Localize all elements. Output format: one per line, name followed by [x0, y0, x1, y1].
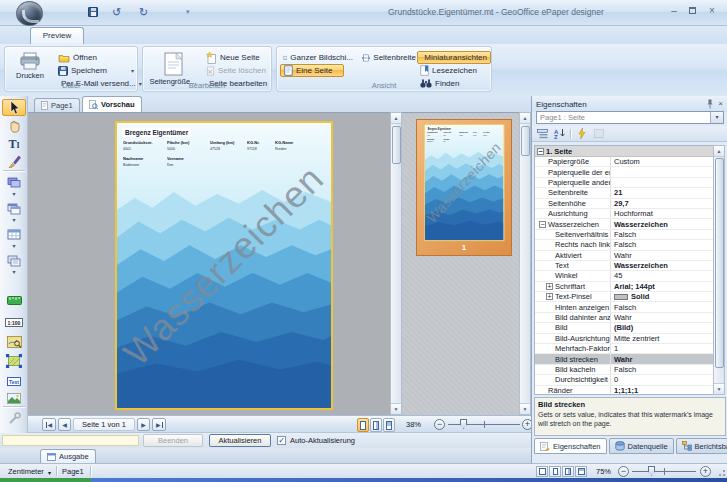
text-box-button[interactable]: Text [2, 373, 26, 390]
property-row[interactable]: Hinten anzeigenFalsch [535, 302, 713, 312]
scrollbar-thumb[interactable] [715, 158, 724, 368]
tab-berichtsbaum[interactable]: Berichtsbaum [676, 438, 727, 454]
object-selector[interactable]: Page1 : Seite ▾ [536, 111, 724, 124]
statusbar-page-tab[interactable]: Page1 [62, 467, 84, 476]
scrollbar-thumb[interactable] [521, 126, 530, 156]
pin-icon[interactable] [706, 99, 714, 109]
quick-save-icon[interactable] [88, 7, 98, 17]
pan-tool-button[interactable] [2, 118, 26, 135]
designer-grid-button[interactable] [575, 466, 587, 477]
property-row[interactable]: Winkel45 [535, 271, 713, 281]
events-lightning-icon[interactable] [575, 128, 588, 140]
thumbnail-scrollbar[interactable]: ▲ ▼ [519, 112, 531, 415]
picture-button[interactable] [2, 390, 26, 407]
close-panel-icon[interactable]: × [718, 99, 723, 109]
first-page-button[interactable]: ◀ [42, 418, 56, 431]
scrollbar-thumb[interactable] [392, 126, 401, 164]
seitenbreite-button[interactable]: Seitenbreite [359, 51, 419, 64]
property-row[interactable]: Seitenbreite21 [535, 188, 713, 198]
insert-control-dropdown[interactable]: ▾ [2, 216, 26, 222]
designer-zoom-in-button[interactable]: + [700, 466, 711, 477]
designer-zoom-thumb[interactable] [648, 466, 655, 476]
expand-icon[interactable]: + [546, 293, 553, 300]
property-row[interactable]: Mehrfach-Faktor fü1 [535, 344, 713, 354]
neue-seite-button[interactable]: Neue Seite [203, 51, 269, 64]
prev-page-button[interactable]: ◀ [58, 418, 71, 431]
property-row[interactable]: Seitenhöhe29,7 [535, 199, 713, 209]
insert-table-button[interactable] [2, 226, 26, 243]
insert-band-dropdown[interactable]: ▾ [2, 190, 26, 196]
property-row[interactable]: PapiergrößeCustom [535, 157, 713, 167]
tab-preview[interactable]: Preview [30, 27, 84, 44]
format-brush-button[interactable] [2, 153, 26, 170]
preview-canvas[interactable]: Bregenz Eigentümer Grundstücksnr.Fläche … [28, 112, 390, 415]
drucken-button[interactable]: Drucken [9, 50, 51, 80]
close-button[interactable]: × [705, 5, 719, 17]
aktualisieren-button[interactable]: Aktualisieren [209, 434, 271, 447]
map-frame-button[interactable] [2, 352, 26, 369]
insert-control-button[interactable] [2, 200, 26, 217]
minimize-button[interactable]: – [667, 5, 681, 17]
map-zoom-button[interactable] [2, 333, 26, 350]
insert-container-button[interactable] [2, 252, 26, 269]
zoom-out-button[interactable]: − [434, 419, 445, 430]
zoom-slider-thumb[interactable] [460, 419, 467, 429]
view-two-pages-button[interactable] [370, 418, 382, 432]
quick-access-more-icon[interactable]: ▾ [186, 8, 191, 16]
ganzer-bildschirm-button[interactable]: Ganzer Bildschi... [280, 51, 356, 64]
insert-table-dropdown[interactable]: ▾ [2, 242, 26, 248]
resize-grip[interactable] [716, 467, 726, 477]
property-row[interactable]: AktiviertWahr [535, 251, 713, 261]
property-row[interactable]: TextWasserzeichen [535, 261, 713, 271]
sort-alphabetical-icon[interactable]: AZ [553, 128, 566, 140]
scale-1-100-button[interactable]: 1:100 [2, 314, 26, 331]
tab-eigenschaften[interactable]: Eigenschaften [534, 438, 607, 454]
oeffnen-button[interactable]: Öffnen [55, 51, 137, 64]
units-indicator[interactable]: Zentimeter [8, 467, 44, 476]
insert-band-button[interactable] [2, 174, 26, 191]
maximize-button[interactable] [685, 5, 699, 17]
tab-vorschau[interactable]: Vorschau [82, 96, 142, 112]
expand-icon[interactable]: + [546, 283, 553, 290]
designer-zoom-out-button[interactable]: − [618, 466, 629, 477]
scroll-up-icon[interactable]: ▲ [391, 113, 401, 124]
property-row[interactable]: SeitenverhältnisFalsch [535, 230, 713, 240]
collapse-icon[interactable]: − [537, 148, 544, 155]
designer-margin-button[interactable] [562, 466, 574, 477]
text-tool-button[interactable]: TI [2, 136, 26, 153]
properties-scrollbar[interactable]: ▲ ▼ [713, 145, 725, 395]
redo-icon[interactable]: ↻ [139, 5, 148, 19]
view-one-page-button[interactable] [357, 418, 369, 432]
tab-page1[interactable]: Page1 [34, 98, 80, 112]
document-page[interactable]: Bregenz Eigentümer Grundstücksnr.Fläche … [115, 121, 333, 410]
auto-refresh-label[interactable]: Auto-Aktualisierung [290, 436, 355, 445]
scroll-up-icon[interactable]: ▲ [714, 146, 724, 157]
scale-ruler-button[interactable] [2, 292, 26, 309]
property-row[interactable]: Bild dahinter anzeigWahr [535, 313, 713, 323]
chevron-down-icon[interactable]: ▾ [710, 112, 723, 123]
property-row[interactable]: Bild streckenWahr [535, 354, 713, 364]
tab-ausgabe[interactable]: Ausgabe [40, 449, 96, 463]
property-row[interactable]: Bild(Bild) [535, 323, 713, 333]
scroll-down-icon[interactable]: ▼ [714, 383, 724, 394]
property-row[interactable]: Rechts nach linksFalsch [535, 240, 713, 250]
property-row[interactable]: +Text-PinselSolid [535, 292, 713, 302]
designer-zoom-fit-button[interactable] [536, 466, 548, 477]
scroll-up-icon[interactable]: ▲ [520, 113, 530, 124]
property-row[interactable]: Ränder1;1;1;1 [535, 386, 713, 395]
insert-container-dropdown[interactable]: ▾ [2, 268, 26, 274]
app-menu-orb[interactable] [16, 1, 43, 26]
units-dropdown-icon[interactable]: ▾ [48, 469, 51, 476]
categorized-view-icon[interactable] [536, 128, 549, 140]
thumbnail-page-content[interactable]: Bregenz Eigentümer Grundstücksnr.Fläche … [424, 124, 504, 241]
property-row[interactable]: Durchsichtigkeit de0 [535, 375, 713, 385]
thumbnail-page-1[interactable]: Bregenz Eigentümer Grundstücksnr.Fläche … [416, 119, 512, 256]
property-row[interactable]: AusrichtungHochformat [535, 209, 713, 219]
preview-scrollbar[interactable]: ▲ ▼ [390, 112, 402, 415]
property-row[interactable]: +SchriftartArial; 144pt [535, 282, 713, 292]
view-multi-page-button[interactable] [383, 418, 395, 432]
chevron-down-icon[interactable]: ▾ [131, 67, 134, 74]
scroll-down-icon[interactable]: ▼ [391, 403, 401, 414]
property-row[interactable]: Papierquelle anderer S [535, 178, 713, 188]
tab-datenquelle[interactable]: Datenquelle [609, 438, 674, 454]
